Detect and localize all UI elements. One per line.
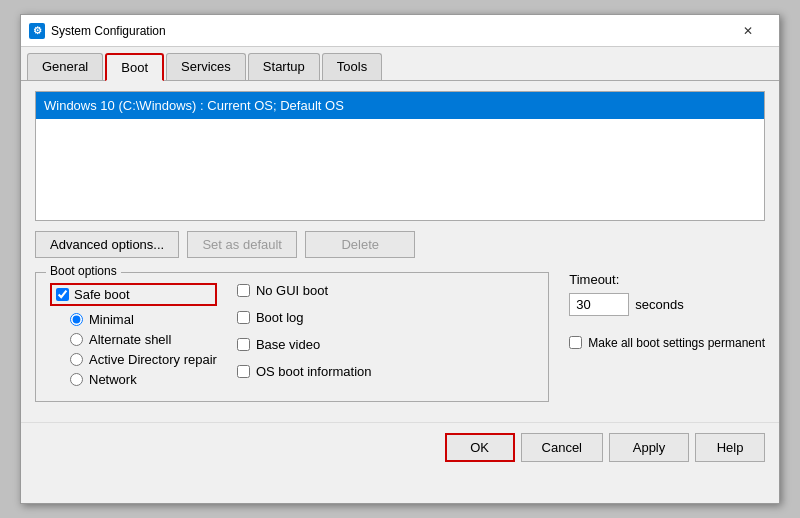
radio-minimal: Minimal <box>70 312 217 327</box>
apply-button[interactable]: Apply <box>609 433 689 462</box>
safe-boot-wrapper: Safe boot <box>50 283 217 306</box>
boot-options-left: Safe boot Minimal Alternate shell <box>50 283 217 387</box>
radio-ad-repair-label: Active Directory repair <box>89 352 217 367</box>
title-bar: ⚙ System Configuration ✕ <box>21 15 779 47</box>
close-button[interactable]: ✕ <box>725 21 771 41</box>
radio-alternate-shell-input[interactable] <box>70 333 83 346</box>
os-boot-info-label: OS boot information <box>256 364 372 379</box>
boot-options-group: Boot options Safe boot Mini <box>35 272 549 402</box>
tab-startup[interactable]: Startup <box>248 53 320 80</box>
delete-button[interactable]: Delete <box>305 231 415 258</box>
tab-services[interactable]: Services <box>166 53 246 80</box>
radio-ad-repair-input[interactable] <box>70 353 83 366</box>
make-permanent-label: Make all boot settings permanent <box>588 336 765 352</box>
options-section: Boot options Safe boot Mini <box>35 272 765 402</box>
close-icon: ✕ <box>743 24 753 38</box>
boot-log-label: Boot log <box>256 310 304 325</box>
window-title: System Configuration <box>51 24 725 38</box>
timeout-group: Timeout: seconds <box>569 272 765 316</box>
radio-network: Network <box>70 372 217 387</box>
safe-boot-checkbox[interactable] <box>56 288 69 301</box>
base-video-checkbox[interactable] <box>237 338 250 351</box>
timeout-input[interactable] <box>569 293 629 316</box>
timeout-row: seconds <box>569 293 683 316</box>
no-gui-boot-checkbox[interactable] <box>237 284 250 297</box>
os-list-item[interactable]: Windows 10 (C:\Windows) : Current OS; De… <box>36 92 764 119</box>
system-configuration-window: ⚙ System Configuration ✕ General Boot Se… <box>20 14 780 504</box>
radio-alternate-shell-label: Alternate shell <box>89 332 171 347</box>
boot-options-title: Boot options <box>46 264 121 278</box>
boot-log-checkbox[interactable] <box>237 311 250 324</box>
make-permanent-row: Make all boot settings permanent <box>569 336 765 352</box>
set-as-default-button[interactable]: Set as default <box>187 231 297 258</box>
cancel-button[interactable]: Cancel <box>521 433 603 462</box>
safe-boot-radio-group: Minimal Alternate shell Active Directory… <box>70 312 217 387</box>
radio-minimal-input[interactable] <box>70 313 83 326</box>
make-permanent-checkbox[interactable] <box>569 336 582 349</box>
timeout-unit: seconds <box>635 297 683 312</box>
no-gui-boot-label: No GUI boot <box>256 283 328 298</box>
radio-alternate-shell: Alternate shell <box>70 332 217 347</box>
tab-bar: General Boot Services Startup Tools <box>21 47 779 81</box>
os-list: Windows 10 (C:\Windows) : Current OS; De… <box>35 91 765 221</box>
radio-network-input[interactable] <box>70 373 83 386</box>
dialog-footer: OK Cancel Apply Help <box>21 422 779 472</box>
boot-log-row: Boot log <box>237 310 534 325</box>
advanced-options-button[interactable]: Advanced options... <box>35 231 179 258</box>
os-boot-info-row: OS boot information <box>237 364 534 379</box>
tab-tools[interactable]: Tools <box>322 53 382 80</box>
help-button[interactable]: Help <box>695 433 765 462</box>
boot-options-inner: Safe boot Minimal Alternate shell <box>50 283 534 387</box>
timeout-section: Timeout: seconds Make all boot settings … <box>569 272 765 402</box>
window-icon: ⚙ <box>29 23 45 39</box>
safe-boot-label: Safe boot <box>74 287 130 302</box>
os-action-buttons: Advanced options... Set as default Delet… <box>35 231 765 258</box>
radio-network-label: Network <box>89 372 137 387</box>
tab-general[interactable]: General <box>27 53 103 80</box>
radio-minimal-label: Minimal <box>89 312 134 327</box>
base-video-row: Base video <box>237 337 534 352</box>
ok-button[interactable]: OK <box>445 433 515 462</box>
tab-boot[interactable]: Boot <box>105 53 164 81</box>
base-video-label: Base video <box>256 337 320 352</box>
no-gui-boot-row: No GUI boot <box>237 283 534 298</box>
boot-options-right: No GUI boot Boot log Base video OS <box>237 283 534 387</box>
tab-content: Windows 10 (C:\Windows) : Current OS; De… <box>21 81 779 412</box>
radio-ad-repair: Active Directory repair <box>70 352 217 367</box>
os-boot-info-checkbox[interactable] <box>237 365 250 378</box>
timeout-label: Timeout: <box>569 272 619 287</box>
